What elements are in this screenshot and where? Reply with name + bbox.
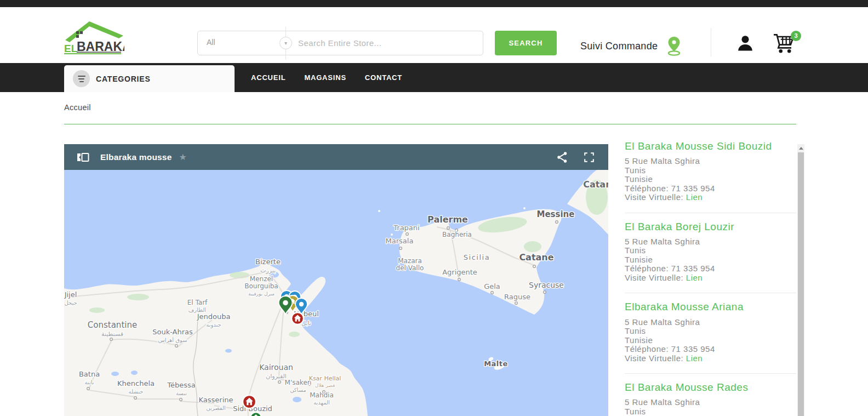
map-label: جندوبة [206,322,221,328]
map-label: Trapani [393,224,419,232]
share-icon[interactable] [556,151,568,164]
map-marker[interactable] [292,312,304,324]
location-pin-icon [665,36,684,56]
map-label: Khenchela [117,379,155,387]
map-label: المهدية [313,400,330,406]
store-address: 5 Rue Malta SghiraTunisTunisieTéléphone:… [625,318,796,363]
map-label: مساكن [290,387,306,393]
store-address: 5 Rue Malta SghiraTunisTunisieTéléphone:… [625,237,796,283]
store-name[interactable]: Elbaraka Mousse Ariana [625,301,796,313]
map-label: قصر هلال [315,383,335,388]
map-label: Souk-Ahras [152,328,193,336]
map-label: القصرين [206,405,225,411]
map-label: del Vallo [396,264,424,272]
order-tracking-link[interactable]: Suivi Commande [580,33,684,59]
map-label: سوق أهراس [158,337,187,343]
virtual-visit-link[interactable]: Lien [686,192,703,202]
store-phone: Téléphone: 71 335 954 [625,345,796,354]
store-divider [625,293,796,293]
map-label: Syracuse [529,281,564,289]
store-divider [625,373,796,374]
map-label: Agrigente [442,268,477,276]
map-canvas[interactable]: CatanzPalermeBagheriaMessineTrapaniMarsa… [64,170,608,416]
map-label: Mazara [398,257,422,265]
svg-text:BARAKA: BARAKA [77,39,124,54]
nav-links: ACCUEILMAGASINSCONTACT [251,63,402,92]
main-nav: CATEGORIES ACCUEILMAGASINSCONTACT [0,63,868,92]
scrollbar-thumb[interactable] [798,152,804,416]
search-box: All ▾ [197,31,483,55]
cart-count-badge: 3 [791,31,801,41]
categories-label: CATEGORIES [96,75,151,83]
map-label: M'saken [285,379,312,386]
map-label: Marsala [386,237,414,245]
account-icon[interactable] [735,33,755,53]
page: EL BARAKA All ▾ SEARCH Suivi Commande [0,0,868,416]
map-sidebar-toggle-icon[interactable] [76,151,90,163]
map-label: Malte [484,360,508,368]
hamburger-icon [73,70,90,87]
store-divider [625,213,796,213]
map-label: Sicilia [464,253,490,261]
breadcrumb[interactable]: Accueil [64,103,91,112]
map-label: بنزرت [260,267,276,274]
map-label: Menzel [250,275,273,283]
map-label: Batna [79,370,100,378]
divider-line [64,124,796,124]
fullscreen-icon[interactable] [583,151,595,163]
header: EL BARAKA All ▾ SEARCH Suivi Commande [0,7,868,63]
map-label: Mahdia [310,391,334,399]
map-label: Ksar Hellal [309,375,341,382]
map-label: جيجل [64,300,77,306]
logo[interactable]: EL BARAKA [64,18,124,54]
map-label: Catanz [583,179,608,190]
map-label: Jendouba [197,312,231,321]
map-label: Palerme [427,214,468,225]
map-label: Raguse [504,293,530,301]
map-label: باتنة [85,379,94,385]
chevron-down-icon[interactable]: ▾ [279,37,292,49]
virtual-visit-link[interactable]: Lien [686,273,703,282]
map-label: Tébessa [167,381,196,389]
cart-button[interactable]: 3 [773,32,800,56]
logo-house-icon: EL BARAKA [64,18,124,54]
store-phone: Téléphone: 71 335 954 [625,264,796,273]
search-category-select[interactable]: All [207,38,215,47]
map-label: قسنطينة [101,330,123,338]
map-label: منزل بورقيبة [248,291,275,297]
scrollbar-up-arrow[interactable] [797,144,804,152]
stores-scrollbar[interactable] [797,144,804,416]
star-icon[interactable]: ★ [179,152,187,162]
search-button[interactable]: SEARCH [495,31,557,55]
map-embed: Elbaraka mousse ★ [64,144,608,416]
store-address: 5 Rue Malta SghiraTunisTunisieTéléphone:… [625,157,796,202]
map-label: Bizerte [255,258,281,266]
map-label: Constantine [88,320,137,330]
nav-link-accueil[interactable]: ACCUEIL [251,73,285,82]
store-name[interactable]: El Baraka Borej Louzir [625,221,796,233]
nav-link-contact[interactable]: CONTACT [365,73,402,82]
map-label: Gela [484,282,500,290]
header-divider [711,28,711,56]
map-label: Bourguiba [244,282,278,290]
store-name[interactable]: El Baraka Mousse Rades [625,381,796,394]
store-phone: Téléphone: 71 335 954 [625,184,796,193]
map-label: القيروان [266,373,287,380]
store-item: El Baraka Mousse Sidi Bouzid5 Rue Malta … [625,140,796,202]
map-label: Bagheria [442,231,472,238]
map-marker[interactable] [243,395,256,408]
map-header: Elbaraka mousse ★ [64,144,608,170]
order-tracking-label: Suivi Commande [580,41,658,52]
store-item: Elbaraka Mousse Ariana5 Rue Malta Sghira… [625,301,796,363]
map-label: Kairouan [259,363,293,372]
nav-link-magasins[interactable]: MAGASINS [304,73,346,82]
search-input[interactable] [298,31,479,55]
categories-menu-button[interactable]: CATEGORIES [64,65,235,92]
stores-list: El Baraka Mousse Sidi Bouzid5 Rue Malta … [625,139,796,416]
store-name[interactable]: El Baraka Mousse Sidi Bouzid [625,140,796,152]
store-item: El Baraka Borej Louzir5 Rue Malta Sghira… [625,221,796,283]
svg-text:EL: EL [64,43,78,54]
virtual-visit-link[interactable]: Lien [686,354,703,363]
map-label: Catane [519,252,553,263]
map-label: Kasserine [198,396,233,404]
